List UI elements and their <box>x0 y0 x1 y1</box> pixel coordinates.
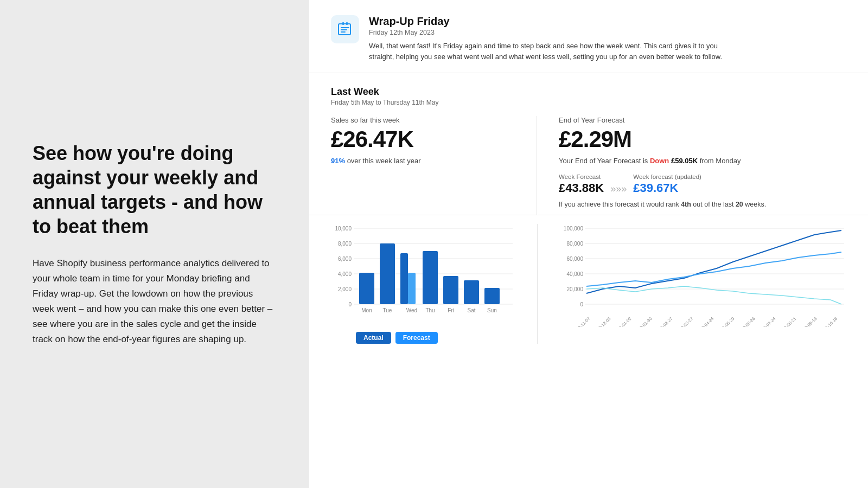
week-forecast-label: Week Forecast <box>559 174 604 180</box>
legend-actual-button[interactable]: Actual <box>356 332 391 344</box>
svg-text:20,000: 20,000 <box>566 286 583 292</box>
card-date: Friday 12th May 2023 <box>369 29 738 36</box>
sales-label: Sales so far this week <box>331 116 515 124</box>
card-icon <box>331 15 359 43</box>
last-week-section: Last Week Friday 5th May to Thursday 11t… <box>309 73 868 215</box>
forecast-label: End of Year Forecast <box>559 116 846 124</box>
right-panel: Wrap-Up Friday Friday 12th May 2023 Well… <box>309 0 868 488</box>
rank-post: weeks. <box>743 201 766 208</box>
sales-pct: 91% <box>331 157 345 165</box>
svg-text:40,000: 40,000 <box>566 271 583 277</box>
sales-sub-text: over this week last year <box>345 157 420 165</box>
svg-text:2,000: 2,000 <box>338 286 352 292</box>
card-description: Well, that went fast! It's Friday again … <box>369 41 738 62</box>
chart-legend: Actual Forecast <box>331 332 515 344</box>
svg-text:2023-10-16: 2023-10-16 <box>819 316 839 327</box>
forecast-sub: Your End of Year Forecast is Down £59.05… <box>559 157 846 165</box>
line-chart-container: 100,000 80,000 60,000 40,000 20,000 0 <box>538 224 847 344</box>
bar-chart-svg: 10,000 8,000 6,000 4,000 2,000 0 Mon <box>331 224 515 324</box>
week-forecast-updated-label: Week forecast (updated) <box>633 174 701 180</box>
bar-mon-actual <box>359 273 374 304</box>
svg-text:2022-11-07: 2022-11-07 <box>572 316 591 327</box>
card-header-text: Wrap-Up Friday Friday 12th May 2023 Well… <box>369 15 738 62</box>
rank-pre: If you achieve this forecast it would ra… <box>559 201 681 208</box>
legend-forecast-button[interactable]: Forecast <box>395 332 438 344</box>
svg-text:2023-08-21: 2023-08-21 <box>778 316 797 327</box>
svg-text:6,000: 6,000 <box>338 256 352 262</box>
svg-text:10,000: 10,000 <box>335 226 352 232</box>
week-forecast-updated-col: Week forecast (updated) £39.67K <box>633 174 701 195</box>
metrics-row: Sales so far this week £26.47K 91% over … <box>331 116 846 215</box>
svg-rect-1 <box>342 22 344 25</box>
svg-text:Wed: Wed <box>406 307 417 313</box>
svg-text:8,000: 8,000 <box>338 241 352 247</box>
week-forecast-updated-value: £39.67K <box>633 181 701 195</box>
svg-text:2023-06-26: 2023-06-26 <box>737 316 756 327</box>
rank-text: If you achieve this forecast it would ra… <box>559 201 846 208</box>
line-top <box>586 230 841 293</box>
svg-text:100,000: 100,000 <box>564 226 584 232</box>
svg-text:2023-04-24: 2023-04-24 <box>695 316 715 327</box>
forecast-comparison-row: Week Forecast £43.88K »»» Week forecast … <box>559 174 846 195</box>
forecast-amount: £59.05K <box>671 157 698 165</box>
rank-weeks: 20 <box>736 201 743 208</box>
line-chart-svg: 100,000 80,000 60,000 40,000 20,000 0 <box>559 224 847 327</box>
left-body: Have Shopify business performance analyt… <box>33 256 277 347</box>
svg-text:2022-12-05: 2022-12-05 <box>592 316 612 327</box>
forecast-sub-post: from Monday <box>698 157 741 165</box>
bar-sun-actual <box>484 288 500 304</box>
svg-text:0: 0 <box>348 301 352 307</box>
last-week-date-range: Friday 5th May to Thursday 11th May <box>331 99 846 106</box>
left-heading: See how you're doing against your weekly… <box>33 141 277 239</box>
svg-text:2023-03-27: 2023-03-27 <box>675 316 694 327</box>
charts-row: 10,000 8,000 6,000 4,000 2,000 0 Mon <box>309 215 868 357</box>
svg-text:2023-01-30: 2023-01-30 <box>634 316 653 327</box>
svg-text:Tue: Tue <box>383 307 392 313</box>
forecast-direction: Down <box>650 157 669 165</box>
week-forecast-col: Week Forecast £43.88K <box>559 174 604 195</box>
svg-text:0: 0 <box>580 301 583 307</box>
rank-mid: out of the last <box>691 201 736 208</box>
week-forecast-value: £43.88K <box>559 181 604 195</box>
bar-chart-wrapper: 10,000 8,000 6,000 4,000 2,000 0 Mon <box>331 224 515 326</box>
metric-sales: Sales so far this week £26.47K 91% over … <box>331 116 537 215</box>
bar-thu-actual <box>423 251 438 304</box>
metric-forecast: End of Year Forecast £2.29M Your End of … <box>537 116 846 215</box>
last-week-title: Last Week <box>331 86 846 98</box>
svg-text:4,000: 4,000 <box>338 271 352 277</box>
sales-value: £26.47K <box>331 126 515 152</box>
svg-text:Thu: Thu <box>425 307 435 313</box>
svg-text:2023-01-02: 2023-01-02 <box>613 316 633 327</box>
forecast-sub-pre: Your End of Year Forecast is <box>559 157 650 165</box>
svg-text:2023-02-27: 2023-02-27 <box>654 316 674 327</box>
bar-wed-actual <box>400 253 408 304</box>
svg-text:Fri: Fri <box>448 307 454 313</box>
left-panel: See how you're doing against your weekly… <box>0 0 309 488</box>
svg-text:Mon: Mon <box>361 307 372 313</box>
arrow-icon: »»» <box>610 183 627 195</box>
svg-text:2023-09-18: 2023-09-18 <box>799 316 818 327</box>
svg-rect-2 <box>346 22 348 25</box>
rank-position: 4th <box>681 201 691 208</box>
svg-text:80,000: 80,000 <box>566 241 583 247</box>
card-title: Wrap-Up Friday <box>369 15 738 28</box>
sales-sub: 91% over this week last year <box>331 157 515 165</box>
bar-tue-actual <box>380 243 395 304</box>
forecast-value: £2.29M <box>559 126 846 152</box>
bar-fri-actual <box>443 276 458 304</box>
svg-rect-0 <box>339 24 350 35</box>
bar-sat-actual <box>464 280 479 304</box>
bar-wed-forecast <box>408 273 416 304</box>
svg-text:2023-07-24: 2023-07-24 <box>757 316 777 327</box>
card-header: Wrap-Up Friday Friday 12th May 2023 Well… <box>309 0 868 73</box>
svg-text:Sun: Sun <box>487 307 497 313</box>
svg-text:Sat: Sat <box>467 307 475 313</box>
bar-chart-container: 10,000 8,000 6,000 4,000 2,000 0 Mon <box>331 224 538 344</box>
svg-text:2023-05-29: 2023-05-29 <box>716 316 736 327</box>
svg-text:60,000: 60,000 <box>566 256 583 262</box>
